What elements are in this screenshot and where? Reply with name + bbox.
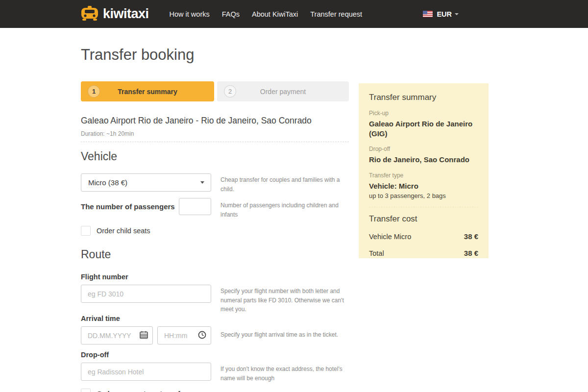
vehicle-select[interactable]: Micro (38 €) — [81, 173, 211, 192]
passengers-label: The number of passengers — [81, 202, 175, 211]
passengers-hint: Number of passengers including children … — [220, 201, 352, 219]
nav-about-kiwitaxi[interactable]: About KiwiTaxi — [252, 10, 298, 18]
brand-logo[interactable]: kiwitaxi — [81, 6, 149, 23]
passengers-row: The number of passengers Number of passe… — [81, 198, 349, 215]
vehicle-select-hint: Cheap transfer for couples and families … — [220, 175, 352, 194]
currency-code: EUR — [437, 10, 452, 18]
nav-how-it-works[interactable]: How it works — [170, 10, 210, 18]
nav-faqs[interactable]: FAQs — [222, 10, 240, 18]
chevron-down-icon — [455, 13, 459, 15]
cost-row-total: Total 38 € — [369, 249, 478, 257]
route-section-heading: Route — [81, 248, 349, 261]
nav-transfer-request[interactable]: Transfer request — [310, 10, 362, 18]
cost-row-label: Vehicle Micro — [369, 233, 411, 241]
cost-row-label: Total — [369, 249, 384, 257]
step-label-2: Order payment — [217, 88, 349, 96]
page-title: Transfer booking — [81, 46, 349, 64]
summary-dropoff-label: Drop-off — [369, 146, 478, 152]
dropoff-input[interactable] — [81, 363, 211, 381]
vehicle-section-heading: Vehicle — [81, 150, 349, 163]
divider — [369, 207, 478, 207]
arrival-time-group: Arrival time — [81, 315, 349, 344]
dropoff-hint: If you don't know the exact address, the… — [220, 365, 352, 383]
arrival-time-hint: Specify your flight arrival time as in t… — [220, 330, 352, 340]
divider — [81, 142, 349, 142]
summary-pickup-value: Galeao Airport Rio de Janeiro (GIG) — [369, 119, 478, 138]
return-transfer-row: Order your return transfer The return tr… — [81, 388, 349, 392]
us-flag-icon — [423, 11, 433, 17]
summary-pickup-label: Pick-up — [369, 110, 478, 117]
step-number-1: 1 — [88, 85, 100, 98]
passengers-input[interactable] — [179, 198, 211, 215]
flight-number-hint: Specify your flight number with both let… — [220, 287, 352, 314]
brand-name: kiwitaxi — [103, 6, 149, 22]
return-transfer-checkbox[interactable] — [81, 389, 91, 392]
vehicle-select-row: Micro (38 €) Cheap transfer for couples … — [81, 173, 349, 192]
summary-title: Transfer summary — [369, 93, 478, 102]
arrival-time-label: Arrival time — [81, 315, 349, 322]
dropoff-label: Drop-off — [81, 351, 349, 359]
flight-number-group: Flight number Specify your flight number… — [81, 273, 349, 303]
cost-row-value: 38 € — [464, 232, 478, 241]
taxi-icon — [81, 6, 98, 23]
navbar: kiwitaxi How it works FAQs About KiwiTax… — [0, 0, 588, 28]
return-transfer-label[interactable]: Order your return transfer — [97, 390, 187, 392]
main-nav: How it works FAQs About KiwiTaxi Transfe… — [170, 10, 363, 18]
chevron-down-icon — [200, 181, 204, 184]
child-seats-label[interactable]: Order child seats — [97, 227, 150, 235]
transfer-summary-panel: Transfer summary Pick-up Galeao Airport … — [359, 83, 489, 258]
dropoff-group: Drop-off If you don't know the exact add… — [81, 351, 349, 381]
wizard-steps: 1 Transfer summary 2 Order payment — [81, 81, 349, 101]
step-number-2: 2 — [224, 85, 236, 98]
summary-type-note: up to 3 passengers, 2 bags — [369, 192, 478, 199]
step-label-1: Transfer summary — [81, 88, 214, 96]
calendar-icon[interactable] — [140, 331, 148, 341]
cost-row-value: 38 € — [464, 249, 478, 257]
summary-dropoff-value: Rio de Janeiro, Sao Conrado — [369, 155, 478, 165]
flight-number-input[interactable] — [81, 285, 211, 303]
transfer-booking-page: kiwitaxi How it works FAQs About KiwiTax… — [0, 0, 588, 392]
step-transfer-summary[interactable]: 1 Transfer summary — [81, 81, 214, 101]
flight-number-label: Flight number — [81, 273, 349, 281]
cost-row-vehicle: Vehicle Micro 38 € — [369, 232, 478, 241]
currency-selector[interactable]: EUR — [423, 0, 459, 28]
summary-type-value: Vehicle: Micro — [369, 181, 478, 191]
clock-icon[interactable] — [198, 331, 206, 341]
route-title: Galeao Airport Rio de Janeiro - Rio de J… — [81, 116, 349, 126]
child-seats-row: Order child seats — [81, 225, 349, 236]
summary-cost-title: Transfer cost — [369, 214, 478, 224]
vehicle-select-value: Micro (38 €) — [88, 178, 127, 187]
child-seats-checkbox[interactable] — [81, 226, 91, 236]
main-column: Transfer booking 1 Transfer summary 2 Or… — [81, 28, 349, 392]
step-order-payment[interactable]: 2 Order payment — [217, 81, 349, 101]
route-duration: Duration: ~1h 20min — [81, 130, 349, 137]
summary-type-label: Transfer type — [369, 172, 478, 179]
